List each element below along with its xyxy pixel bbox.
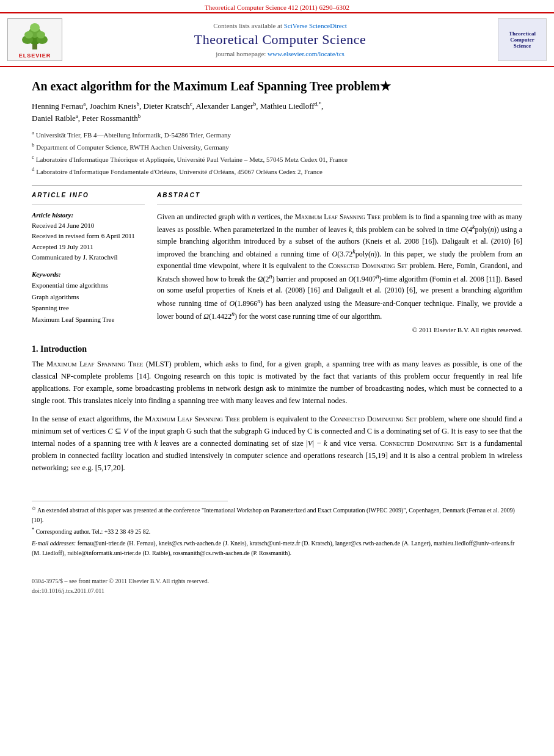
- copyright-line: 0304-3975/$ – see front matter © 2011 El…: [32, 576, 522, 586]
- bottom-bar: 0304-3975/$ – see front matter © 2011 El…: [0, 576, 554, 596]
- svg-point-5: [24, 31, 33, 38]
- journal-citation-bar: Theoretical Computer Science 412 (2011) …: [0, 0, 554, 13]
- footnotes-section: ✩ An extended abstract of this paper was…: [0, 501, 554, 570]
- sciverse-link[interactable]: SciVerse ScienceDirect: [284, 22, 347, 29]
- keywords-block: Keywords: Exponential time algorithms Gr…: [32, 271, 145, 325]
- article-title-text: An exact algorithm for the Maximum Leaf …: [32, 79, 391, 93]
- accepted-date: Accepted 19 July 2011: [32, 242, 145, 253]
- abstract-label: Abstract: [157, 192, 522, 198]
- footnote-divider: [32, 501, 228, 501]
- abstract-column: Abstract Given an undirected graph with …: [157, 192, 522, 333]
- footnote-1: ✩ An extended abstract of this paper was…: [32, 505, 522, 525]
- received-date: Received 24 June 2010: [32, 220, 145, 231]
- contents-prefix: Contents lists available at: [213, 22, 283, 29]
- keyword-1: Exponential time algorithms: [32, 280, 145, 291]
- keywords-label: Keywords:: [32, 271, 145, 278]
- affiliation-d: d Laboratoire d'Informatique Fondamental…: [32, 165, 522, 177]
- article-info-label: Article info: [32, 192, 145, 198]
- doi-line: doi:10.1016/j.tcs.2011.07.011: [32, 586, 522, 596]
- affiliations: a Universität Trier, FB 4—Abteilung Info…: [32, 128, 522, 178]
- contents-available-line: Contents lists available at SciVerse Sci…: [68, 22, 492, 29]
- keyword-3: Spanning tree: [32, 302, 145, 314]
- article-info-abstract: Article info Article history: Received 2…: [32, 192, 522, 333]
- abstract-copyright: © 2011 Elsevier B.V. All rights reserved…: [157, 326, 522, 333]
- section-divider: [32, 185, 522, 186]
- svg-point-7: [30, 23, 40, 32]
- footnote-2: * Corresponding author. Tel.: +33 2 38 4…: [32, 526, 522, 537]
- article-content: An exact algorithm for the Maximum Leaf …: [0, 67, 554, 491]
- affiliation-a: a Universität Trier, FB 4—Abteilung Info…: [32, 128, 522, 140]
- footnote-3: E-mail addresses: fernau@uni-trier.de (H…: [32, 539, 522, 558]
- homepage-prefix: journal homepage:: [216, 50, 268, 57]
- revised-date: Received in revised form 6 April 2011: [32, 231, 145, 242]
- article-info-column: Article info Article history: Received 2…: [32, 192, 145, 333]
- journal-header-center: Contents lists available at SciVerse Sci…: [68, 22, 492, 57]
- article-history: Article history: Received 24 June 2010 R…: [32, 211, 145, 263]
- introduction-section: 1. Introduction The Maximum Leaf Spannin…: [32, 344, 522, 474]
- journal-citation: Theoretical Computer Science 412 (2011) …: [205, 4, 349, 11]
- journal-header: ELSEVIER Contents lists available at Sci…: [0, 13, 554, 67]
- communicated-by: Communicated by J. Kratochvíl: [32, 252, 145, 263]
- journal-thumbnail: Theoretical Computer Science: [498, 18, 547, 61]
- thumb-label: Theoretical Computer Science: [509, 31, 536, 49]
- history-label: Article history:: [32, 211, 145, 219]
- intro-paragraph-2: In the sense of exact algorithms, the Ma…: [32, 413, 522, 474]
- authors-line: Henning Fernaua, Joachim Kneisb, Dieter …: [32, 100, 522, 125]
- section-heading: 1. Introduction: [32, 344, 522, 354]
- homepage-line: journal homepage: www.elsevier.com/locat…: [68, 50, 492, 57]
- elsevier-text: ELSEVIER: [19, 53, 51, 59]
- keyword-4: Maximum Leaf Spanning Tree: [32, 314, 145, 325]
- abstract-text: Given an undirected graph with n vertice…: [157, 211, 522, 322]
- elsevier-logo: ELSEVIER: [7, 18, 62, 61]
- intro-paragraph-1: The Maximum Leaf Spanning Tree (MLST) pr…: [32, 358, 522, 407]
- journal-title: Theoretical Computer Science: [68, 32, 492, 48]
- homepage-link[interactable]: www.elsevier.com/locate/tcs: [268, 50, 344, 57]
- svg-point-6: [37, 31, 45, 38]
- affiliation-c: c Laboratoire d'Informatique Théorique e…: [32, 153, 522, 165]
- abstract-divider: [157, 205, 522, 205]
- keyword-2: Graph algorithms: [32, 291, 145, 303]
- article-title: An exact algorithm for the Maximum Leaf …: [32, 78, 522, 94]
- affiliation-b: b Department of Computer Science, RWTH A…: [32, 140, 522, 153]
- info-divider: [32, 205, 145, 205]
